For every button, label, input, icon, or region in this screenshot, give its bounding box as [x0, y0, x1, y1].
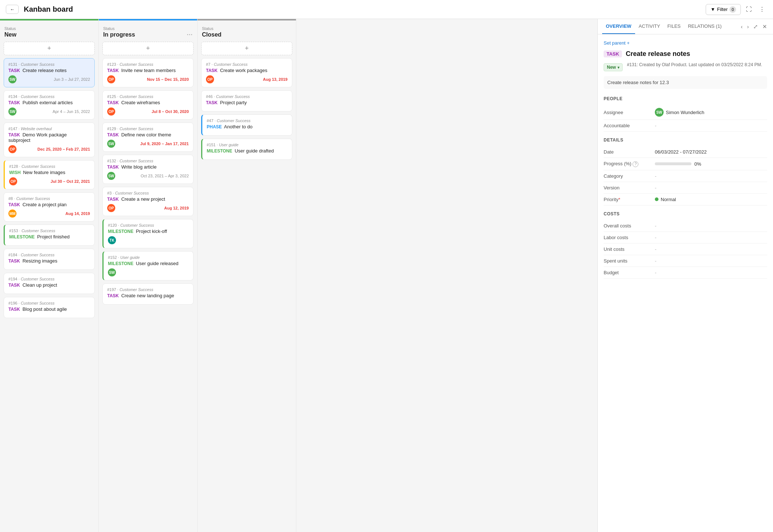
card-top: #3 · Customer Success	[107, 191, 189, 195]
more-options-button[interactable]: ⋮	[757, 4, 767, 14]
card-147[interactable]: #147 · Website overhaul TASK Demo Work p…	[4, 122, 95, 157]
detail-description: Create release notes for 12.3	[604, 76, 767, 89]
card-type-badge: TASK	[107, 132, 119, 137]
expand-icon-button[interactable]: ⤢	[752, 22, 759, 31]
fullscreen-button[interactable]: ⛶	[744, 5, 754, 14]
tab-relations[interactable]: RELATIONS (1)	[684, 19, 725, 34]
add-card-button-closed[interactable]: +	[201, 42, 292, 55]
card-120[interactable]: #120 · Customer Success MILESTONE Projec…	[102, 219, 194, 248]
tab-overview[interactable]: OVERVIEW	[602, 19, 635, 34]
card-id: #153	[9, 229, 18, 233]
assignee-name: Simon Wunderlich	[666, 110, 704, 115]
card-project: Customer Success	[120, 62, 153, 67]
filter-button[interactable]: ▼ Filter 0	[706, 4, 741, 15]
card-top: #125 · Customer Success	[107, 94, 189, 99]
card-project: Customer Success	[120, 127, 153, 131]
close-icon-button[interactable]: ✕	[761, 22, 769, 31]
card-196[interactable]: #196 · Customer Success TASK Blog post a…	[4, 297, 95, 318]
card-type-badge: TASK	[8, 283, 20, 288]
card-top: #152 · User guide	[108, 255, 189, 260]
card-152[interactable]: #152 · User guide MILESTONE User guide r…	[102, 251, 194, 280]
unit-costs-label: Unit costs	[604, 246, 655, 252]
next-icon-button[interactable]: ›	[746, 22, 750, 31]
card-title: Write blog article	[121, 164, 157, 170]
card-title-line: MILESTONE Project kick-off	[108, 229, 189, 234]
card-project: Customer Success	[21, 301, 55, 305]
card-type-badge: TASK	[206, 100, 218, 105]
overall-costs-row: Overall costs -	[604, 220, 767, 232]
card-123[interactable]: #123 · Customer Success TASK Invite new …	[102, 58, 194, 87]
card-title-line: TASK Clean up project	[8, 282, 90, 288]
card-132[interactable]: #132 · Customer Success TASK Write blog …	[102, 155, 194, 184]
card-footer: SW	[108, 268, 189, 276]
card-131[interactable]: #131 · Customer Success TASK Create rele…	[4, 58, 95, 87]
card-128[interactable]: #128 · Customer Success WISH New feature…	[4, 160, 95, 189]
accountable-value: -	[655, 123, 656, 128]
card-129[interactable]: #129 · Customer Success TASK Define new …	[102, 122, 194, 152]
card-194[interactable]: #194 · Customer Success TASK Clean up pr…	[4, 273, 95, 294]
back-button[interactable]: ←	[6, 5, 19, 14]
card-125[interactable]: #125 · Customer Success TASK Create wire…	[102, 90, 194, 120]
card-title: Clean up project	[22, 282, 57, 288]
card-id: #196	[8, 301, 17, 305]
card-title-line: TASK Demo Work package subproject	[8, 132, 90, 143]
card-134[interactable]: #134 · Customer Success TASK Publish ext…	[4, 90, 95, 120]
add-card-button-new[interactable]: +	[4, 42, 95, 55]
assignee-label: Assignee	[604, 110, 655, 115]
card-184[interactable]: #184 · Customer Success TASK Resizing im…	[4, 249, 95, 270]
avatar: OP	[107, 107, 115, 116]
card-title: Resizing images	[22, 258, 57, 264]
detail-tab-icons: ‹ › ⤢ ✕	[739, 22, 769, 31]
card-type-badge: TASK	[8, 132, 20, 137]
card-type-badge: TASK	[107, 293, 119, 298]
card-id: #147	[8, 127, 17, 131]
column-closed: Status Closed + #7 · Customer Success TA…	[198, 19, 296, 532]
card-3[interactable]: #3 · Customer Success TASK Create a new …	[102, 187, 194, 216]
card-151[interactable]: #151 · User guide MILESTONE User guide d…	[201, 139, 292, 160]
card-153[interactable]: #153 · Customer Success MILESTONE Projec…	[4, 225, 95, 246]
card-id: #123	[107, 62, 116, 67]
column-menu-button[interactable]: ···	[187, 31, 193, 38]
card-date: Apr 4 – Jun 15, 2022	[53, 109, 90, 114]
card-id: #132	[107, 159, 116, 163]
tab-activity[interactable]: ACTIVITY	[635, 19, 664, 34]
card-197[interactable]: #197 · Customer Success TASK Create new …	[102, 283, 194, 305]
card-id: #129	[107, 127, 116, 131]
card-type-badge: TASK	[107, 165, 119, 170]
tab-files[interactable]: FILES	[664, 19, 684, 34]
card-8[interactable]: #8 · Customer Success TASK Create a proj…	[4, 192, 95, 222]
card-project: Customer Success	[216, 94, 250, 99]
card-date: Dec 25, 2020 – Feb 27, 2021	[37, 147, 90, 151]
set-parent-link[interactable]: Set parent +	[604, 40, 767, 46]
category-value: -	[655, 173, 656, 179]
card-project: Customer Success	[120, 223, 154, 227]
overall-costs-label: Overall costs	[604, 223, 655, 229]
spent-units-row: Spent units -	[604, 255, 767, 267]
card-id: #152	[108, 255, 117, 260]
column-new: Status New + #131 · Customer Success TAS…	[0, 19, 99, 532]
column-status-label: Status	[103, 26, 193, 31]
card-project: Customer Success	[22, 229, 55, 233]
card-46[interactable]: #46 · Customer Success TASK Project part…	[201, 90, 292, 112]
card-date: Jul 9, 2020 – Jan 17, 2021	[140, 142, 189, 146]
progress-row: Progress (%) ? 0%	[604, 158, 767, 170]
card-project: User guide	[219, 143, 239, 147]
card-7[interactable]: #7 · Customer Success TASK Create work p…	[201, 58, 292, 87]
card-top: #194 · Customer Success	[8, 277, 90, 281]
card-footer: SW Oct 23, 2021 – Apr 3, 2022	[107, 172, 189, 180]
card-title: Create new landing page	[121, 293, 174, 298]
card-id: #194	[8, 277, 17, 281]
card-project: Website overhaul	[21, 127, 52, 131]
progress-help-icon[interactable]: ?	[633, 161, 638, 167]
add-card-button-inprogress[interactable]: +	[102, 42, 194, 55]
assignee-avatar: SW	[655, 108, 664, 117]
prev-icon-button[interactable]: ‹	[739, 22, 744, 31]
progress-label: Progress (%) ?	[604, 161, 655, 167]
card-47[interactable]: #47 · Customer Success PHASE Another to …	[201, 114, 292, 136]
status-badge[interactable]: New ▾	[604, 63, 623, 71]
labor-costs-value: -	[655, 235, 656, 240]
card-type-badge: MILESTONE	[108, 229, 134, 234]
filter-badge: 0	[729, 6, 736, 13]
card-id: #128	[9, 164, 18, 169]
detail-meta: #131: Created by Olaf Product. Last upda…	[627, 62, 762, 67]
